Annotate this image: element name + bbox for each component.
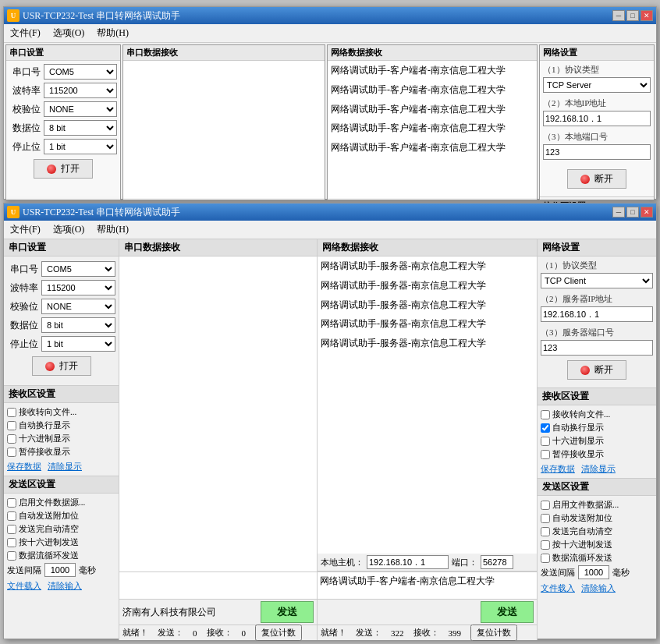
w2-port-select[interactable]: COM5 — [41, 261, 115, 277]
pause-recv-label: 暂停接收显示 — [19, 446, 70, 458]
stop-select1[interactable]: 1 bit — [44, 139, 117, 154]
right-auto-newline-cb[interactable] — [541, 423, 550, 433]
net-status-ready: 就绪！ — [321, 627, 346, 639]
net-settings-title1: 网络设置 — [540, 45, 654, 61]
close-btn2[interactable]: ✕ — [640, 207, 653, 218]
save-data-link[interactable]: 保存数据 — [7, 461, 41, 472]
right-auto-crlf-cb[interactable] — [541, 514, 550, 523]
menubar1: 文件(F) 选项(O) 帮助(H) — [4, 24, 656, 43]
titlebar1[interactable]: U USR-TCP232-Test 串口转网络调试助手 ─ □ ✕ — [4, 7, 656, 24]
net-reset-btn[interactable]: 复位计数 — [470, 625, 517, 641]
right-recv-to-file-cb[interactable] — [541, 410, 550, 419]
recv-to-file-label: 接收转向文件... — [19, 406, 76, 418]
menu-file2[interactable]: 文件(F) — [7, 222, 44, 237]
app-icon2: U — [7, 206, 20, 218]
serial-send-textarea[interactable] — [119, 572, 317, 599]
w2-protocol-label: （1）协议类型 — [541, 260, 653, 271]
interval-input[interactable] — [44, 563, 76, 577]
minimize-btn1[interactable]: ─ — [612, 10, 625, 21]
right-hex-display-cb[interactable] — [541, 437, 550, 446]
app-icon1: U — [7, 9, 20, 22]
w2-check-label: 校验位 — [7, 300, 38, 313]
w2-right-send-header: 发送区设置 — [538, 479, 656, 496]
w2-open-btn[interactable]: 打开 — [32, 356, 91, 376]
port-input1[interactable] — [543, 144, 651, 160]
net-msg1-2: 网络调试助手-客户端者-南京信息工程大学 — [331, 103, 534, 116]
serial-recv-value: 0 — [242, 628, 247, 638]
data-select1[interactable]: 8 bit — [44, 120, 117, 136]
w2-server-port-input[interactable] — [541, 340, 653, 356]
menu-file1[interactable]: 文件(F) — [7, 26, 44, 41]
w2-baud-select[interactable]: 115200 — [41, 280, 115, 295]
clear-display-link[interactable]: 清除显示 — [48, 461, 82, 472]
minimize-btn2[interactable]: ─ — [612, 207, 625, 218]
right-hex-send-label: 按十六进制发送 — [552, 539, 612, 550]
w2-status-dot — [45, 362, 55, 371]
menu-options2[interactable]: 选项(O) — [50, 222, 88, 237]
w2-recv-settings-section: 接收区设置 接收转向文件... 自动换行显示 十六进制显示 — [4, 385, 119, 476]
serial-recv-label: 接收： — [207, 627, 232, 639]
maximize-btn1[interactable]: □ — [626, 10, 639, 21]
right-loop-send-cb[interactable] — [541, 554, 550, 563]
menu-help2[interactable]: 帮助(H) — [94, 222, 132, 237]
hex-display-row: 十六进制显示 — [7, 433, 115, 444]
right-enable-file-cb[interactable] — [541, 501, 550, 510]
auto-newline-cb[interactable] — [7, 421, 16, 430]
right-load-file-link[interactable]: 文件载入 — [541, 582, 575, 594]
w2-disconnect-btn[interactable]: 断开 — [567, 360, 626, 380]
right-interval-input[interactable] — [578, 565, 609, 579]
hex-display-cb[interactable] — [7, 434, 16, 444]
right-save-data-link[interactable]: 保存数据 — [541, 463, 575, 475]
net-send-btn[interactable]: 发送 — [481, 601, 534, 623]
check-select1[interactable]: NONE — [44, 101, 117, 117]
close-btn1[interactable]: ✕ — [640, 10, 653, 21]
protocol-select1[interactable]: TCP Server — [543, 77, 651, 93]
pause-recv-row: 暂停接收显示 — [7, 446, 115, 458]
net-send-label: 发送： — [356, 627, 381, 639]
w2-stop-label: 停止位 — [7, 338, 38, 351]
serial-reset-btn[interactable]: 复位计数 — [255, 625, 302, 641]
serial-send-btn[interactable]: 发送 — [261, 601, 314, 623]
hex-send-cb[interactable] — [7, 538, 16, 547]
local-host-input[interactable] — [367, 555, 449, 569]
right-clear-display-link[interactable]: 清除显示 — [581, 463, 616, 475]
w2-protocol-select[interactable]: TCP Client — [541, 273, 653, 288]
auto-crlf-cb[interactable] — [7, 511, 16, 521]
w2-net-msg-3: 网络调试助手-服务器-南京信息工程大学 — [321, 317, 534, 331]
w2-server-ip-input[interactable] — [541, 306, 653, 322]
w2-serial-content: 串口号 COM5 波特率 115200 校验位 NONE — [4, 257, 119, 385]
w2-net-settings-content: （1）协议类型 TCP Client （2）服务器IP地址 （3）服务器端口号 … — [538, 257, 656, 387]
pause-recv-cb[interactable] — [7, 448, 16, 457]
enable-file-cb[interactable] — [7, 498, 16, 508]
menu-help1[interactable]: 帮助(H) — [94, 26, 132, 41]
port-select1[interactable]: COM5 — [44, 64, 117, 80]
menu-options1[interactable]: 选项(O) — [50, 26, 88, 41]
right-hex-send-cb[interactable] — [541, 540, 550, 550]
baud-select1[interactable]: 115200 — [44, 83, 117, 98]
right-clear-on-send-cb[interactable] — [541, 527, 550, 536]
disconnect-dot1 — [580, 175, 590, 184]
w2-check-select[interactable]: NONE — [41, 299, 115, 314]
clear-on-send-cb[interactable] — [7, 525, 16, 534]
disconnect-btn1[interactable]: 断开 — [567, 169, 626, 189]
w2-serial-recv-area — [119, 257, 317, 571]
load-file-link[interactable]: 文件载入 — [7, 580, 41, 592]
w2-data-select[interactable]: 8 bit — [41, 317, 115, 333]
ip-input1[interactable] — [543, 111, 651, 126]
maximize-btn2[interactable]: □ — [626, 207, 639, 218]
clear-input-link[interactable]: 清除输入 — [48, 580, 82, 592]
disconnect-label1: 断开 — [594, 172, 613, 186]
open-btn1[interactable]: 打开 — [34, 159, 93, 179]
titlebar2[interactable]: U USR-TCP232-Test 串口转网络调试助手 ─ □ ✕ — [4, 203, 656, 221]
serial-send-value: 0 — [193, 628, 197, 638]
port-label: 端口： — [452, 557, 477, 568]
right-clear-input-link[interactable]: 清除输入 — [581, 582, 616, 594]
right-recv-to-file-label: 接收转向文件... — [552, 409, 610, 420]
interval-unit: 毫秒 — [79, 564, 96, 576]
net-port-input[interactable] — [481, 555, 513, 569]
recv-to-file-cb[interactable] — [7, 408, 16, 417]
right-pause-recv-cb[interactable] — [541, 450, 550, 459]
loop-send-cb[interactable] — [7, 551, 16, 561]
w2-net-data-panel: 网络数据接收 网络调试助手-服务器-南京信息工程大学 网络调试助手-服务器-南京… — [318, 239, 538, 640]
w2-stop-select[interactable]: 1 bit — [41, 336, 115, 352]
